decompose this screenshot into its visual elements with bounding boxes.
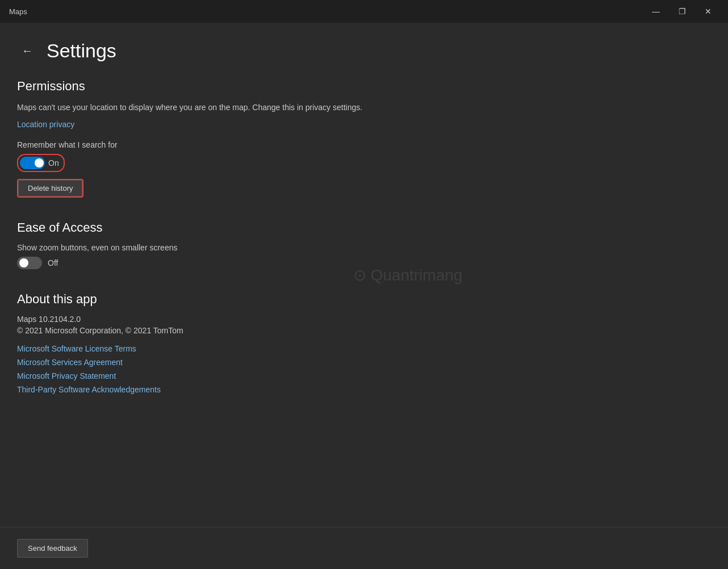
bottom-bar: Send feedback [0,527,728,569]
page-title: Settings [47,40,116,62]
app-container: ⊙ Quantrimang ← Settings Permissions Map… [0,23,728,527]
delete-history-wrapper: Delete history [17,179,705,198]
back-button[interactable]: ← [17,42,37,60]
window-controls: — ❐ ✕ [643,2,721,20]
ease-of-access-section: Ease of Access Show zoom buttons, even o… [17,220,705,269]
privacy-statement-link[interactable]: Microsoft Privacy Statement [17,371,705,380]
settings-content: ← Settings Permissions Maps can't use yo… [0,23,728,527]
permissions-description: Maps can't use your location to display … [17,102,449,114]
permissions-section: Permissions Maps can't use your location… [17,79,705,198]
minimize-button[interactable]: — [643,2,669,20]
remember-label: Remember what I search for [17,140,705,149]
app-title: Maps [9,7,27,16]
about-copyright: © 2021 Microsoft Corporation, © 2021 Tom… [17,326,705,335]
location-privacy-link[interactable]: Location privacy [17,120,74,129]
services-agreement-link[interactable]: Microsoft Services Agreement [17,358,705,367]
toggle-knob [35,158,44,168]
send-feedback-button[interactable]: Send feedback [17,539,88,558]
about-links: Microsoft Software License Terms Microso… [17,344,705,394]
third-party-link[interactable]: Third-Party Software Acknowledgements [17,385,705,394]
remember-toggle-row: On [17,154,705,172]
about-title: About this app [17,292,705,307]
remember-toggle[interactable] [20,157,45,169]
permissions-title: Permissions [17,79,705,94]
about-section: About this app Maps 10.2104.2.0 © 2021 M… [17,292,705,394]
toggle-on-label: On [48,158,59,168]
page-header: ← Settings [17,40,705,62]
zoom-toggle-knob [19,258,28,267]
zoom-toggle-row: Off [17,257,705,269]
close-button[interactable]: ✕ [695,2,721,20]
remember-search-container: Remember what I search for On Delete his… [17,140,705,198]
maximize-button[interactable]: ❐ [669,2,695,20]
ease-of-access-title: Ease of Access [17,220,705,235]
delete-history-highlight: Delete history [17,179,83,198]
title-bar: Maps — ❐ ✕ [0,0,728,23]
zoom-toggle-label: Off [48,258,58,267]
zoom-label: Show zoom buttons, even on smaller scree… [17,243,705,252]
about-version: Maps 10.2104.2.0 [17,315,705,324]
toggle-on-highlight: On [17,154,65,172]
license-terms-link[interactable]: Microsoft Software License Terms [17,344,705,353]
delete-history-button[interactable]: Delete history [18,180,82,196]
zoom-toggle[interactable] [17,257,42,269]
